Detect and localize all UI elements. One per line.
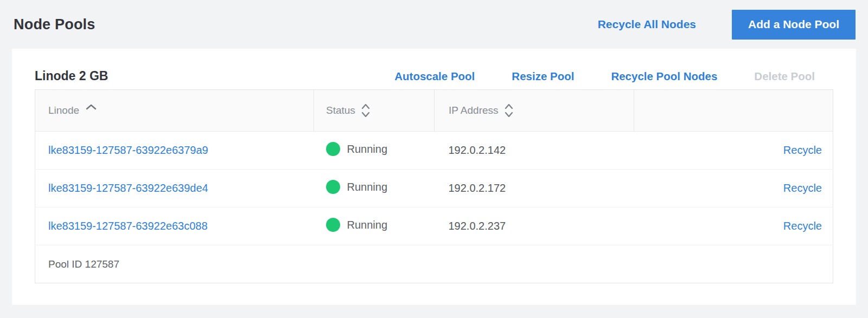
delete-pool-button: Delete Pool <box>754 70 815 83</box>
node-link[interactable]: lke83159-127587-63922e6379a9 <box>48 144 208 156</box>
status-running-icon <box>326 142 340 156</box>
node-row: lke83159-127587-63922e639de4 Running 192… <box>35 170 833 207</box>
pool-title: Linode 2 GB <box>35 69 108 83</box>
status-label: Running <box>347 181 388 193</box>
status-cell: Running <box>326 218 388 232</box>
recycle-all-nodes-button[interactable]: Recycle All Nodes <box>598 18 696 31</box>
page-title: Node Pools <box>14 16 95 33</box>
column-label: IP Address <box>449 105 499 116</box>
node-pools-header: Node Pools Recycle All Nodes Add a Node … <box>0 0 868 49</box>
node-row: lke83159-127587-63922e63c088 Running 192… <box>35 207 833 245</box>
node-pool-card: Linode 2 GB Autoscale Pool Resize Pool R… <box>12 49 856 305</box>
autoscale-pool-button[interactable]: Autoscale Pool <box>394 70 475 83</box>
sort-ascending-icon <box>86 104 97 110</box>
pool-id-label: Pool ID 127587 <box>35 245 833 283</box>
add-node-pool-button[interactable]: Add a Node Pool <box>732 10 856 40</box>
status-cell: Running <box>326 180 388 194</box>
recycle-node-button[interactable]: Recycle <box>783 220 822 232</box>
node-ip: 192.0.2.142 <box>435 132 634 170</box>
node-link[interactable]: lke83159-127587-63922e639de4 <box>48 182 208 194</box>
node-link[interactable]: lke83159-127587-63922e63c088 <box>48 220 208 232</box>
table-header-row: Linode Status <box>35 90 833 132</box>
status-label: Running <box>347 219 388 231</box>
sort-icon <box>505 103 513 118</box>
column-header-ip-address[interactable]: IP Address <box>435 90 634 132</box>
column-header-linode[interactable]: Linode <box>35 90 314 132</box>
status-running-icon <box>326 218 340 232</box>
node-table: Linode Status <box>35 89 833 283</box>
sort-icon <box>361 103 370 118</box>
pool-id-row: Pool ID 127587 <box>35 245 833 283</box>
node-row: lke83159-127587-63922e6379a9 Running 192… <box>35 132 833 170</box>
recycle-node-button[interactable]: Recycle <box>783 144 822 156</box>
header-actions: Recycle All Nodes Add a Node Pool <box>598 10 856 40</box>
status-cell: Running <box>326 142 388 156</box>
pool-card-header: Linode 2 GB Autoscale Pool Resize Pool R… <box>35 63 833 89</box>
recycle-pool-nodes-button[interactable]: Recycle Pool Nodes <box>611 70 717 83</box>
status-label: Running <box>347 143 388 155</box>
column-header-actions <box>634 90 833 132</box>
resize-pool-button[interactable]: Resize Pool <box>512 70 574 83</box>
column-label: Linode <box>48 105 79 116</box>
node-ip: 192.0.2.172 <box>435 170 634 207</box>
recycle-node-button[interactable]: Recycle <box>783 182 822 194</box>
node-ip: 192.0.2.237 <box>435 207 634 245</box>
column-header-status[interactable]: Status <box>314 90 435 132</box>
status-running-icon <box>326 180 340 194</box>
column-label: Status <box>326 105 355 116</box>
pool-actions: Autoscale Pool Resize Pool Recycle Pool … <box>394 70 815 83</box>
